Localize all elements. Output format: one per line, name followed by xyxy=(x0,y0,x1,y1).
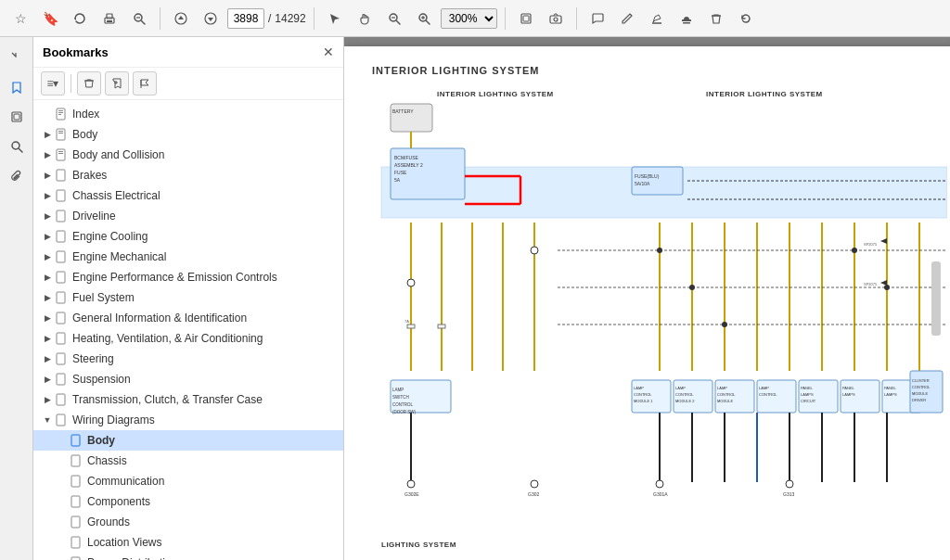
bookmark-list: Index Body Body and Collision xyxy=(33,100,343,560)
left-nav-hand[interactable] xyxy=(4,45,30,70)
bookmark-label-wiring-power: Power Distribution xyxy=(87,556,336,560)
page-number-input[interactable] xyxy=(227,8,264,29)
bookmark-item-engine-cooling[interactable]: Engine Cooling xyxy=(33,226,343,247)
highlight-button[interactable] xyxy=(644,6,670,32)
delete-bookmark-button[interactable] xyxy=(77,71,101,95)
svg-text:PANEL: PANEL xyxy=(842,386,855,390)
bookmark-item-general[interactable]: General Information & Identification xyxy=(33,308,343,328)
svg-text:CONTROL: CONTROL xyxy=(634,392,652,397)
chevron-body xyxy=(41,128,54,141)
zoom-select[interactable]: 300% 50% 75% 100% 150% 200% 400% xyxy=(441,8,497,29)
left-nav-search[interactable] xyxy=(4,134,30,159)
comment-button[interactable] xyxy=(584,6,610,32)
bookmark-label-transmission: Transmission, Clutch, & Transfer Case xyxy=(72,393,336,406)
svg-text:BATTERY: BATTERY xyxy=(392,108,414,114)
bookmark-item-fuel[interactable]: Fuel System xyxy=(33,287,343,308)
svg-text:5A/10A: 5A/10A xyxy=(635,181,650,186)
bookmark-item-brakes[interactable]: Brakes xyxy=(33,165,343,185)
close-sidebar-button[interactable]: ✕ xyxy=(323,45,334,59)
bookmark-item-body[interactable]: Body xyxy=(33,124,343,145)
snapshot-button[interactable] xyxy=(543,6,569,32)
svg-text:BCM/FUSE: BCM/FUSE xyxy=(394,155,419,160)
bookmark-item-body-collision[interactable]: Body and Collision xyxy=(33,145,343,165)
bookmark-item-wiring-grounds[interactable]: Grounds xyxy=(33,512,343,532)
sep4 xyxy=(576,7,577,30)
left-nav-bookmark[interactable] xyxy=(4,74,30,100)
svg-line-9 xyxy=(396,20,400,24)
bookmark-item-index[interactable]: Index xyxy=(33,104,343,124)
svg-text:7A: 7A xyxy=(404,319,409,324)
svg-rect-37 xyxy=(58,133,63,134)
bookmark-item-hvac[interactable]: Heating, Ventilation, & Air Conditioning xyxy=(33,328,343,349)
bookmark-item-wiring[interactable]: Wiring Diagrams xyxy=(33,410,343,430)
bookmark-item-chassis-electrical[interactable]: Chassis Electrical xyxy=(33,185,343,206)
left-nav-pages[interactable] xyxy=(4,104,30,130)
scrollbar-thumb[interactable] xyxy=(931,261,941,336)
bookmark-label-wiring: Wiring Diagrams xyxy=(72,414,336,426)
bookmark-label-wiring-grounds: Grounds xyxy=(87,515,336,528)
page-down-button[interactable] xyxy=(198,6,224,32)
svg-text:LAMP: LAMP xyxy=(392,388,404,392)
svg-rect-40 xyxy=(58,153,63,154)
svg-rect-34 xyxy=(58,114,61,115)
bookmark-item-driveline[interactable]: Driveline xyxy=(33,206,343,226)
bookmark-button[interactable]: 🔖 xyxy=(37,6,63,32)
left-nav-attachment[interactable] xyxy=(4,163,30,189)
bookmark-item-wiring-comm[interactable]: Communication xyxy=(33,471,343,491)
add-child-button[interactable] xyxy=(105,71,129,95)
expand-all-button[interactable]: ≡▾ xyxy=(41,71,65,95)
bookmark-item-steering[interactable]: Steering xyxy=(33,349,343,369)
page-icon-chassis-elec xyxy=(54,189,69,202)
wiring-diagram: INTERIOR LIGHTING SYSTEM INTERIOR LIGHTI… xyxy=(372,83,947,556)
chevron-fuel xyxy=(41,291,54,304)
bookmark-label-steering: Steering xyxy=(72,352,336,365)
page-icon-wiring-body xyxy=(69,434,83,447)
bookmark-item-wiring-chassis[interactable]: Chassis xyxy=(33,451,343,471)
svg-rect-41 xyxy=(57,170,65,181)
svg-text:MODULE: MODULE xyxy=(717,399,733,403)
bookmark-item-wiring-body[interactable]: Body xyxy=(33,430,343,451)
page-icon-wiring-grounds xyxy=(69,515,83,528)
bookmark-item-wiring-power[interactable]: Power Distribution xyxy=(33,553,343,560)
print-button[interactable] xyxy=(96,6,122,32)
crop-button[interactable] xyxy=(513,6,539,32)
zoom-out-button[interactable] xyxy=(381,6,407,32)
svg-text:CONTROL: CONTROL xyxy=(912,385,931,389)
bookmark-item-engine-perf[interactable]: Engine Performance & Emission Controls xyxy=(33,267,343,287)
hand-tool-button[interactable] xyxy=(352,6,378,32)
bookmark-label-driveline: Driveline xyxy=(72,210,336,223)
bookmark-item-engine-mechanical[interactable]: Engine Mechanical xyxy=(33,247,343,267)
bookmark-item-wiring-location[interactable]: Location Views xyxy=(33,532,343,553)
zoom-in-button[interactable] xyxy=(411,6,437,32)
pdf-viewer[interactable]: INTERIOR LIGHTING SYSTEM INTERIOR LIGHTI… xyxy=(344,37,950,560)
chevron-engine-perf xyxy=(41,271,54,284)
page-icon-engine-perf xyxy=(54,271,69,284)
refresh-button[interactable] xyxy=(67,6,93,32)
bookmark-label-suspension: Suspension xyxy=(72,373,336,386)
delete-button[interactable] xyxy=(703,6,729,32)
svg-rect-49 xyxy=(57,333,65,344)
zoom-search-button[interactable] xyxy=(126,6,152,32)
pencil-button[interactable] xyxy=(614,6,640,32)
flag-button[interactable] xyxy=(133,71,157,95)
page-icon-wiring-location xyxy=(69,536,83,549)
add-bookmark-button[interactable]: ☆ xyxy=(7,6,33,32)
stamp-button[interactable] xyxy=(674,6,700,32)
bookmark-item-wiring-components[interactable]: Components xyxy=(33,491,343,512)
select-tool-button[interactable] xyxy=(322,6,348,32)
bookmark-label-fuel: Fuel System xyxy=(72,291,336,304)
bookmark-item-transmission[interactable]: Transmission, Clutch, & Transfer Case xyxy=(33,389,343,410)
left-nav xyxy=(0,37,33,560)
svg-text:SWITCH: SWITCH xyxy=(392,395,409,400)
svg-rect-57 xyxy=(71,496,80,507)
svg-text:PANEL: PANEL xyxy=(801,386,814,390)
svg-rect-56 xyxy=(71,476,80,487)
svg-rect-47 xyxy=(57,292,65,303)
bookmark-label-wiring-comm: Communication xyxy=(87,475,336,488)
undo-button[interactable] xyxy=(733,6,759,32)
page-up-button[interactable] xyxy=(168,6,194,32)
svg-text:LIGHTING SYSTEM: LIGHTING SYSTEM xyxy=(381,541,456,549)
bookmark-item-suspension[interactable]: Suspension xyxy=(33,369,343,389)
svg-rect-59 xyxy=(71,537,80,548)
svg-text:LAMPS: LAMPS xyxy=(884,392,897,397)
